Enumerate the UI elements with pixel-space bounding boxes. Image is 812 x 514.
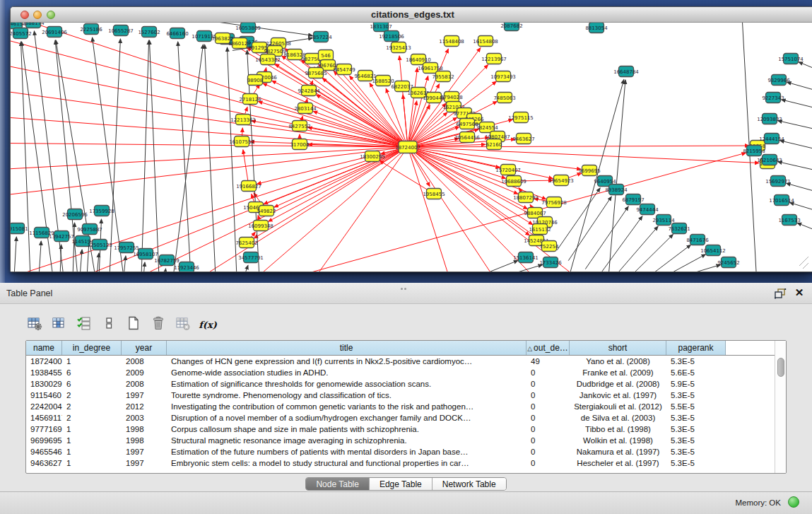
table-row[interactable]: 946554611997Estimation of the future num… [26,446,786,457]
network-canvas[interactable]: 1546153238817424055722069140622251861065… [11,23,812,271]
table-row[interactable]: 2242004622012Investigating the contribut… [26,401,786,412]
table-row[interactable]: 911546021997Tourette syndrome. Phenomeno… [26,390,786,401]
column-header-out_de[interactable]: △out_de… [526,341,570,355]
graph-node[interactable]: 15720407 [495,165,521,175]
graph-node[interactable]: 2935114 [652,215,675,226]
table-cell[interactable]: 1997 [122,446,167,457]
table-cell[interactable]: Nakamura et al. (1997) [570,446,666,457]
table-cell[interactable]: Yano et al. (2008) [570,356,666,367]
table-cell[interactable]: 6 [62,378,122,390]
table-cell[interactable]: 18724007 [26,356,62,367]
table-cell[interactable]: Franke et al. (2009) [570,367,666,378]
column-select-button[interactable] [50,315,69,334]
table-cell[interactable]: 1 [62,446,122,457]
graph-node[interactable]: 3915081 [11,223,28,234]
table-scrollbar[interactable] [775,341,786,473]
table-cell[interactable]: 5.3E-5 [666,412,726,424]
graph-node[interactable]: 9699695 [578,165,600,176]
graph-node[interactable]: 6794028 [440,92,462,103]
graph-node[interactable]: 12975115 [508,112,534,123]
table-cell[interactable]: 1 [62,424,122,435]
table-cell[interactable]: 5.3E-5 [666,435,726,446]
graph-node[interactable]: 12213967 [481,54,507,64]
table-row[interactable]: 1872400712008Changes of HCN gene express… [26,356,786,367]
column-header-pagerank[interactable]: pagerank [666,341,726,355]
graph-node[interactable]: 8813054 [585,23,608,33]
table-cell[interactable]: 0 [526,424,570,435]
table-cell[interactable]: 1997 [122,390,167,401]
table-cell[interactable]: Dudbridge et al. (2008) [570,378,666,390]
table-cell[interactable]: Stergiakouli et al. (2012) [570,401,666,412]
network-window[interactable]: citations_edges.txt 15461532388174240557… [10,6,812,272]
table-cell[interactable]: 0 [526,378,570,390]
graph-node[interactable]: 2718126 [239,94,261,105]
graph-node[interactable]: 9474444 [636,204,659,215]
new-file-button[interactable] [124,315,143,334]
graph-node[interactable]: 10654112 [700,245,726,256]
table-cell[interactable]: 5.3E-5 [666,446,726,457]
table-row[interactable]: 946362711997Embryonic stem cells: a mode… [26,457,786,469]
table-cell[interactable]: 2009 [122,367,167,378]
table-cell[interactable]: Tourette syndrome. Phenomenology and cla… [167,390,526,401]
graph-node[interactable]: 6497568 [456,119,478,129]
graph-node[interactable]: 549822 [257,206,276,216]
table-cell[interactable]: 5.3E-5 [666,356,726,367]
graph-node[interactable]: 8215953 [743,146,765,156]
table-cell[interactable]: Investigating the contribution of common… [167,401,526,412]
graph-node[interactable]: 11548408 [439,36,464,47]
table-cell[interactable]: 1997 [122,457,167,469]
memory-status-icon[interactable] [788,496,799,508]
graph-node[interactable]: 19166827 [236,181,261,192]
graph-node[interactable]: 1958455 [423,189,445,199]
table-cell[interactable]: 5.3E-5 [666,457,726,469]
tab-network-table[interactable]: Network Table [433,478,506,490]
table-cell[interactable]: 2 [62,390,122,401]
graph-node[interactable]: 8471676 [686,235,709,245]
graph-node[interactable]: 9227343 [762,93,784,103]
graph-node[interactable]: 2405572 [11,28,32,39]
graph-node[interactable]: 17359928 [89,206,114,216]
column-header-short[interactable]: short [570,341,666,355]
table-cell[interactable]: 1998 [122,435,167,446]
graph-node[interactable]: 98908 [247,75,263,86]
table-cell[interactable]: 22420046 [26,401,62,412]
table-cell[interactable]: 1 [62,457,122,469]
table-cell[interactable]: Wolkin et al. (1998) [570,435,666,446]
table-cell[interactable]: Jankovic et al. (1997) [570,390,666,401]
graph-node[interactable]: 8454749 [333,64,355,75]
table-cell[interactable]: 0 [526,435,570,446]
graph-node[interactable]: 9329966 [767,75,790,86]
graph-node[interactable]: 2803144 [294,103,317,114]
graph-node[interactable]: 16053809 [235,23,261,33]
table-cell[interactable]: 2008 [122,378,167,390]
network-window-titlebar[interactable]: citations_edges.txt [11,7,812,23]
table-cell[interactable]: 9465546 [26,446,62,457]
table-cell[interactable]: 2003 [122,412,167,424]
graph-node[interactable]: 9875685 [305,68,326,78]
trash-button[interactable] [149,315,167,334]
table-cell[interactable]: 9463627 [26,457,62,469]
table-cell[interactable]: 0 [526,446,570,457]
graph-node[interactable]: 317004 [290,139,310,150]
graph-node[interactable]: 7857224 [310,32,332,42]
table-cell[interactable]: Estimation of the future numbers of pati… [167,446,526,457]
table-cell[interactable]: 5.3E-5 [666,390,726,401]
table-cell[interactable]: 1 [62,435,122,446]
graph-node[interactable]: 8427552 [288,121,310,132]
graph-node[interactable]: 19218506 [379,31,404,42]
table-cell[interactable]: 1998 [122,424,167,435]
close-panel-icon[interactable]: ✕ [794,286,805,299]
table-cell[interactable]: 5.5E-5 [666,401,726,412]
graph-node[interactable]: 62160 [486,139,502,150]
graph-node[interactable]: 7955812 [432,71,454,82]
graph-node[interactable]: 1733426 [539,257,562,268]
table-cell[interactable]: 9115460 [26,390,62,401]
graph-node[interactable]: 15692971 [765,176,791,187]
graph-node[interactable]: 11923446 [174,262,199,272]
tab-edge-table[interactable]: Edge Table [370,478,433,490]
table-cell[interactable]: de Silva et al. (2003) [570,412,666,424]
table-cell[interactable]: 9699695 [26,435,62,446]
table-cell[interactable]: Tibbo et al. (1998) [570,424,666,435]
graph-node[interactable]: 10688609 [501,176,526,187]
table-cell[interactable]: 2 [62,401,122,412]
